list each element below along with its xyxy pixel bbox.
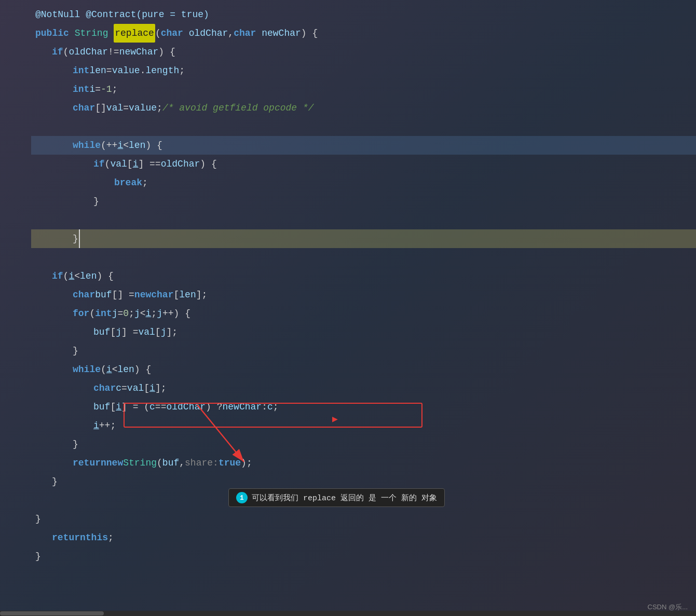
var-oldchar4: oldChar: [166, 398, 206, 416]
kw-if1: if: [52, 43, 63, 61]
plain: }: [35, 547, 41, 566]
blank-line-1: [31, 117, 696, 136]
cursor: [79, 229, 86, 248]
code-content: @NotNull @Contract(pure = true) public S…: [0, 0, 696, 571]
kw-char5: char: [151, 285, 173, 304]
plain: ;: [273, 398, 279, 416]
plain: <: [140, 304, 146, 323]
plain: ] = (: [121, 398, 149, 416]
plain: ,: [179, 454, 185, 472]
plain: []: [95, 99, 106, 117]
var-j2: j: [134, 304, 140, 323]
code-line-2: if (oldChar != newChar) {: [31, 43, 696, 61]
plain: [: [110, 323, 116, 341]
var-i9: i: [93, 416, 99, 435]
code-line-charc: char c = val[i];: [31, 379, 696, 398]
plain: (: [89, 304, 95, 323]
plain: }: [35, 510, 41, 528]
kw-int3: int: [95, 304, 112, 323]
var-len: len: [89, 61, 106, 80]
plain: ;: [129, 304, 134, 323]
annotation-line: @NotNull @Contract(pure = true): [31, 5, 696, 24]
var-val4: val: [127, 379, 144, 398]
plain: <: [112, 360, 118, 379]
code-line-bufi: buf[i] = (c == oldChar) ? newChar : c;: [31, 398, 696, 416]
plain: );: [241, 454, 252, 472]
var-oldchar2: oldChar: [69, 43, 108, 61]
var-oldchar3: oldChar: [161, 155, 200, 173]
var-j3: j: [157, 304, 162, 323]
share-label: share:: [185, 454, 219, 472]
var-buf4: buf: [162, 454, 179, 472]
var-val2: val: [110, 155, 127, 173]
kw-this: this: [86, 528, 108, 547]
plain: !=: [108, 43, 119, 61]
var-newchar: newChar: [262, 24, 301, 43]
plain: (: [63, 267, 69, 285]
tooltip-number: 1: [236, 492, 248, 503]
plain: [: [155, 323, 161, 341]
var-len5: len: [117, 360, 134, 379]
kw-break: break: [114, 173, 142, 192]
var-i3: i: [133, 155, 139, 173]
kw-char2: char: [234, 24, 256, 43]
plain: =: [106, 61, 112, 80]
code-line-bufjvalj: buf[j] = val[j];: [31, 323, 696, 341]
code-line-close-while: }: [31, 229, 696, 248]
kw-new1: new: [134, 285, 151, 304]
code-line-close3: }: [31, 435, 696, 454]
var-len4: len: [179, 285, 196, 304]
blank-line-3: [31, 248, 696, 267]
plain: ] ==: [138, 155, 160, 173]
watermark: CSDN @乐...: [648, 603, 688, 612]
plain: (++: [101, 136, 117, 155]
var-value2: value: [129, 99, 157, 117]
plain: [: [110, 398, 116, 416]
code-line-5: char[] val = value; /* avoid getfield op…: [31, 99, 696, 117]
type-string: String: [75, 24, 108, 43]
kw-char3: char: [73, 99, 95, 117]
code-line-1: public String replace(char oldChar, char…: [31, 24, 696, 43]
plain: (: [63, 43, 69, 61]
scrollbar-thumb[interactable]: [0, 611, 104, 615]
var-i1: i: [89, 80, 95, 99]
var-buf3: buf: [93, 398, 110, 416]
plain: ) {: [200, 155, 216, 173]
plain: (: [101, 360, 106, 379]
plain: }: [73, 229, 78, 248]
code-line-close2: }: [31, 341, 696, 360]
kw-while2: while: [73, 360, 101, 379]
plain: ++) {: [162, 304, 190, 323]
var-value: value: [112, 61, 140, 80]
plain: =: [117, 304, 123, 323]
plain: =: [123, 99, 129, 117]
num-0: 0: [123, 304, 129, 323]
plain: ];: [155, 379, 167, 398]
code-area: @NotNull @Contract(pure = true) public S…: [0, 0, 696, 616]
var-j5: j: [161, 323, 167, 341]
var-i6: i: [106, 360, 112, 379]
horizontal-scrollbar[interactable]: [0, 611, 696, 616]
plain: ;: [151, 304, 157, 323]
annotation-text: @NotNull @Contract(pure = true): [35, 5, 209, 24]
plain: }: [93, 192, 99, 211]
var-buf2: buf: [93, 323, 110, 341]
plain3: ) {: [301, 24, 318, 43]
kw-char4: char: [73, 285, 95, 304]
plain: =: [95, 80, 101, 99]
plain: ] =: [121, 323, 138, 341]
var-j: j: [112, 304, 118, 323]
code-line-for: for (int j = 0; j < i; j++) {: [31, 304, 696, 323]
var-i4: i: [69, 267, 74, 285]
plain: [: [173, 285, 179, 304]
code-line-while2: while (i < len) {: [31, 360, 696, 379]
var-j4: j: [116, 323, 121, 341]
plain: ) {: [97, 267, 113, 285]
plain: [: [144, 379, 149, 398]
code-line-returnthis: return this;: [31, 528, 696, 547]
code-line-3: int len = value.length;: [31, 61, 696, 80]
plain: ) {: [134, 360, 151, 379]
code-line-4: int i = -1;: [31, 80, 696, 99]
plain: ;: [179, 61, 185, 80]
var-newchar2: newChar: [119, 43, 159, 61]
